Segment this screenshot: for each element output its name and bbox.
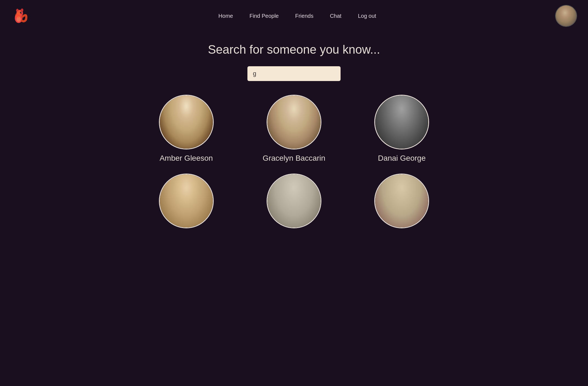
person-card-6[interactable] (374, 174, 429, 233)
person-avatar-5 (267, 174, 321, 228)
page-title: Search for someone you know... (208, 43, 380, 56)
nav-find-people[interactable]: Find People (249, 13, 279, 19)
nav-logout[interactable]: Log out (358, 13, 376, 19)
person-card-amber[interactable]: Amber Gleeson (159, 95, 214, 163)
person-card-4[interactable] (159, 174, 214, 233)
nav-chat[interactable]: Chat (330, 13, 341, 19)
person-avatar-danai (374, 95, 429, 149)
nav-links: Home Find People Friends Chat Log out (39, 13, 555, 19)
logo[interactable] (11, 7, 28, 25)
user-avatar[interactable] (555, 5, 577, 27)
person-card-danai[interactable]: Danai George (374, 95, 429, 163)
person-avatar-gracelyn (267, 95, 321, 149)
search-container (247, 66, 341, 81)
main-content: Search for someone you know... Amber Gle… (0, 32, 588, 244)
svg-point-7 (21, 13, 22, 14)
person-avatar-4 (159, 174, 214, 228)
nav-home[interactable]: Home (218, 13, 233, 19)
person-name-amber: Amber Gleeson (159, 154, 213, 163)
search-input[interactable] (247, 66, 341, 81)
person-name-gracelyn: Gracelyn Baccarin (263, 154, 326, 163)
person-card-gracelyn[interactable]: Gracelyn Baccarin (263, 95, 326, 163)
person-avatar-6 (374, 174, 429, 228)
nav-friends[interactable]: Friends (295, 13, 313, 19)
svg-point-9 (15, 13, 21, 18)
person-name-danai: Danai George (378, 154, 426, 163)
people-grid: Amber Gleeson Gracelyn Baccarin Danai Ge… (143, 95, 445, 233)
person-card-5[interactable] (267, 174, 321, 233)
navbar: Home Find People Friends Chat Log out (0, 0, 588, 32)
person-avatar-amber (159, 95, 214, 149)
squirrel-icon (11, 7, 28, 25)
svg-point-6 (21, 12, 21, 13)
